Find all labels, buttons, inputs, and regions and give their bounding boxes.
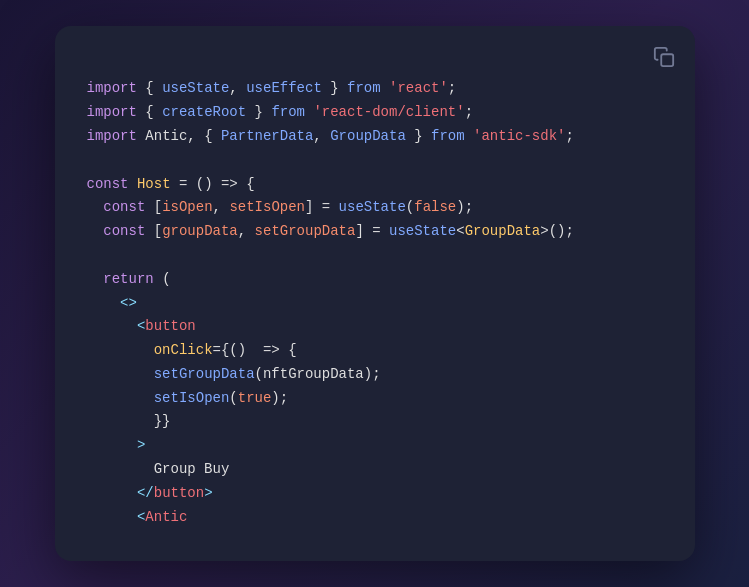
copy-icon[interactable] — [653, 46, 675, 68]
code-window: import { useState, useEffect } from 'rea… — [55, 26, 695, 562]
code-content: import { useState, useEffect } from 'rea… — [87, 54, 663, 530]
svg-rect-0 — [661, 54, 673, 66]
